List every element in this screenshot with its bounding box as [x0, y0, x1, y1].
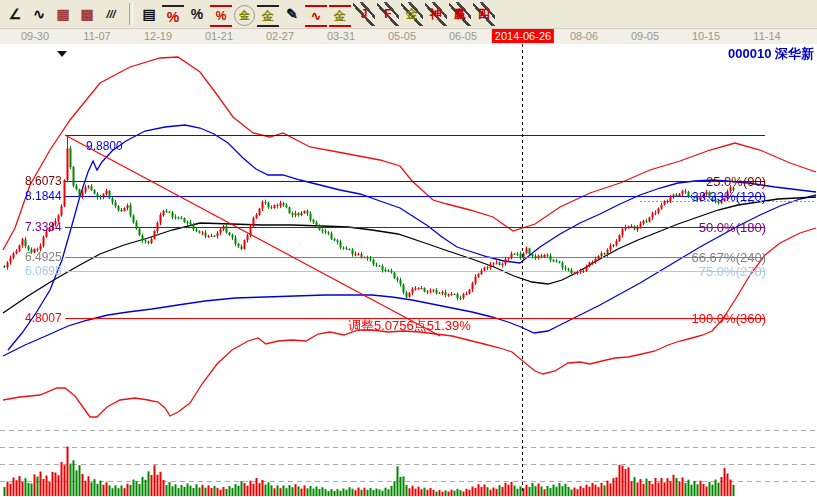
retracement-annotation: 调整5.0756点51.39% [348, 319, 471, 332]
price-scale-icon[interactable]: ▤ [138, 2, 160, 26]
gold-redlines-icon[interactable]: 金 [329, 5, 351, 27]
pencil-icon[interactable]: ✎ [281, 2, 303, 26]
gann-percent-label: 75.0%(270) [699, 265, 766, 278]
f-angle-icon[interactable]: F [377, 2, 399, 26]
date-tick: 03-31 [327, 30, 355, 42]
gold-lines-icon[interactable]: 金 [257, 5, 279, 27]
gann-percent-label: 50.0%(180) [699, 221, 766, 234]
date-tick: 11-14 [753, 30, 780, 42]
date-tick: 11-07 [83, 30, 110, 42]
gold-coin-icon[interactable]: 金 [234, 5, 255, 26]
date-tick: 01-21 [205, 30, 233, 42]
stock-analysis-app: ∠∿▦▩///▤%%%金金✎∿金JF金神赢四 09-3011-0712-1901… [0, 0, 817, 497]
date-tick: 05-05 [388, 30, 416, 42]
gann-price-label: 8.6073 [25, 175, 62, 188]
date-tick-highlighted: 2014-06-26 [492, 29, 554, 43]
date-tick: 02-27 [266, 30, 294, 42]
gann-percent-label: 25.0%(90) [706, 175, 766, 188]
ying-angle-icon[interactable]: 赢 [449, 2, 471, 26]
wave-lines-icon[interactable]: ∿ [305, 5, 327, 27]
gann-price-label: 8.1844 [25, 190, 62, 203]
date-tick: 08-06 [570, 30, 598, 42]
gann-grid-icon[interactable]: ▩ [76, 2, 98, 26]
date-tick: 10-15 [692, 30, 720, 42]
main-chart-canvas[interactable] [0, 44, 817, 497]
date-tick: 12-19 [144, 30, 172, 42]
zigzag-wave-icon[interactable]: ∿ [28, 2, 50, 26]
gold-angle-icon[interactable]: 金 [401, 2, 423, 26]
percent-icon[interactable]: % [186, 2, 208, 26]
gann-percent-label: 66.67%(240) [692, 251, 766, 264]
gann-price-label: 6.0695 [25, 265, 62, 278]
high-point-marker-icon [57, 51, 67, 57]
gann-price-label: 9.8800 [86, 140, 123, 153]
toolbar-separator [129, 3, 133, 25]
gann-price-label: 4.8007 [25, 312, 62, 325]
shen-angle-icon[interactable]: 神 [425, 2, 447, 26]
gann-fan-icon[interactable]: ∠ [4, 2, 26, 26]
date-tick: 06-05 [449, 30, 477, 42]
stock-code-label: 000010 深华新 [728, 45, 814, 63]
date-tick: 09-30 [21, 30, 49, 42]
gann-percent-label: 100.0%(360) [692, 312, 766, 325]
date-tick: 09-05 [631, 30, 659, 42]
gann-percent-label: 33.33%(120) [692, 190, 766, 203]
gann-price-label: 6.4925 [25, 251, 62, 264]
date-axis: 09-3011-0712-1901-2102-2703-3105-0506-05… [0, 29, 817, 45]
toolbar: ∠∿▦▩///▤%%%金金✎∿金JF金神赢四 [0, 0, 817, 29]
grid-icon[interactable]: ▦ [52, 2, 74, 26]
percent-overline-icon[interactable]: % [162, 5, 184, 27]
j-angle-icon[interactable]: J [353, 2, 375, 26]
parallel-lines-icon[interactable]: /// [100, 2, 122, 26]
si-angle-icon[interactable]: 四 [473, 2, 495, 26]
gann-price-label: 7.3384 [25, 221, 62, 234]
chart-area: 9.88008.607325.0%(90)8.184433.33%(120)7.… [0, 44, 817, 497]
percent-lines-icon[interactable]: % [210, 5, 232, 27]
